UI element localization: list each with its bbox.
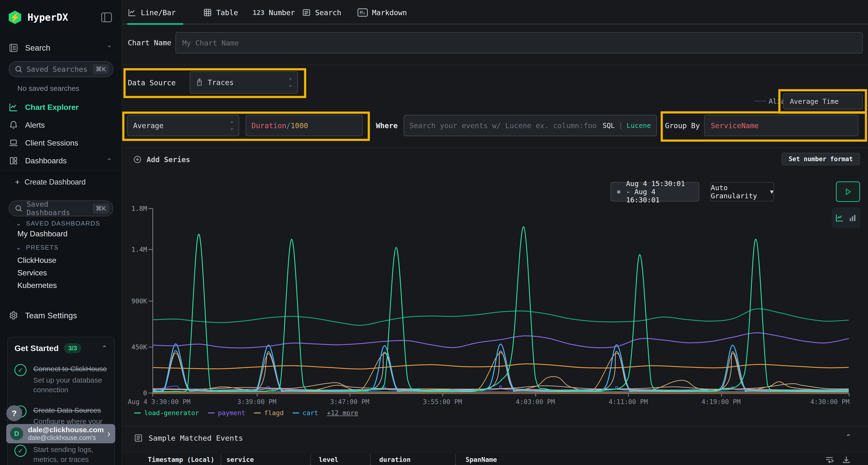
field-token: Duration (251, 122, 286, 130)
select-chevrons-icon: ⌃⌄ (289, 78, 292, 87)
column-separator[interactable] (455, 455, 456, 465)
column-header-level[interactable]: level (319, 456, 338, 463)
tab-line-bar[interactable]: Line/Bar (128, 6, 176, 19)
shortcut-badge: ⌘K (93, 64, 109, 74)
chart-name-label: Chart Name (128, 38, 172, 47)
user-team: dale@clickhouse.com's (28, 434, 107, 442)
help-button[interactable]: ? (6, 405, 22, 421)
collapse-panel-icon[interactable]: ⌃ (845, 433, 851, 441)
plus-icon: + (15, 177, 20, 187)
sidebar-item-clickhouse[interactable]: ClickHouse (18, 256, 56, 265)
get-started-title: Get Started (14, 343, 59, 353)
aggregation-value: Average (133, 122, 163, 130)
collapse-sidebar-icon[interactable] (101, 12, 112, 22)
saved-dashboards-input[interactable]: Saved Dashboards ⌘K (9, 200, 113, 217)
column-header-service[interactable]: service (226, 456, 254, 463)
list-icon (134, 434, 143, 442)
column-separator[interactable] (370, 455, 371, 465)
column-separator[interactable] (310, 455, 311, 465)
tab-track (122, 24, 868, 25)
laptop-icon (9, 138, 18, 148)
tab-table[interactable]: Table (203, 6, 238, 19)
search-section-header[interactable]: Search ⌃ (0, 40, 122, 56)
alias-dash (754, 101, 767, 101)
data-source-select[interactable]: Traces ⌃⌄ (190, 71, 298, 94)
sidebar-item-services[interactable]: Services (18, 268, 47, 277)
search-section-icon (9, 43, 18, 53)
chevron-up-icon[interactable]: ⌃ (101, 344, 107, 353)
layout-grid-icon (9, 156, 18, 166)
bar-chart-icon (848, 213, 857, 222)
divider (0, 56, 122, 56)
create-dashboard-button[interactable]: + Create Dashboard (15, 177, 86, 187)
active-tab-underline (127, 23, 183, 25)
chart-type-toggle[interactable] (832, 207, 860, 228)
sidebar-item-kubernetes[interactable]: Kubernetes (18, 281, 57, 290)
sidebar-item-alerts[interactable]: Alerts (0, 116, 122, 134)
data-source-value: Traces (208, 78, 234, 87)
run-query-button[interactable] (836, 181, 860, 202)
aggregation-select[interactable]: Average ⌃⌄ (127, 115, 239, 136)
123-icon: 123 (253, 9, 265, 16)
saved-searches-input[interactable]: Saved Searches ⌘K (9, 61, 113, 77)
table-icon (203, 8, 212, 17)
play-icon (844, 188, 852, 196)
sidebar-item-team-settings[interactable]: Team Settings (0, 306, 122, 324)
tab-number[interactable]: 123 Number (253, 6, 295, 19)
get-started-card: Get Started 3/3 ⌃ ✓ Connect to ClickHous… (7, 337, 115, 465)
chevron-up-icon: ⌃ (106, 157, 112, 165)
get-started-item-connect[interactable]: ✓ Connect to ClickHouse Set up your data… (14, 364, 107, 395)
search-icon (14, 204, 23, 212)
get-started-item-send-data[interactable]: ✓ Start sending logs, metrics, or traces (14, 445, 107, 464)
set-number-format-button[interactable]: Set number format (782, 153, 860, 165)
add-series-button[interactable]: Add Series (133, 155, 190, 164)
time-range-picker[interactable]: Aug 4 15:30:01 - Aug 4 16:30:01 (611, 182, 699, 201)
chart-name-input[interactable] (176, 32, 863, 54)
column-header-spanname[interactable]: SpanName (466, 456, 497, 463)
sidebar: ⚡ HyperDX Search ⌃ Saved Searches ⌘K No … (0, 0, 122, 465)
brand: ⚡ HyperDX (9, 10, 115, 25)
search-icon (14, 65, 23, 73)
alias-input[interactable] (783, 94, 863, 109)
column-separator[interactable] (220, 455, 221, 465)
chevron-right-icon: › (107, 428, 111, 439)
download-icon[interactable] (842, 455, 850, 464)
granularity-select[interactable]: Auto Granularity ▼ (710, 182, 774, 201)
sample-events-header[interactable]: Sample Matched Events (134, 434, 243, 442)
avatar: D (10, 427, 23, 440)
sidebar-item-client-sessions[interactable]: Client Sessions (0, 134, 122, 152)
field-expression-input[interactable]: Duration / 1000 (246, 115, 363, 136)
list-search-icon (302, 8, 311, 17)
column-header-timestamp[interactable]: Timestamp (Local) (148, 456, 214, 463)
user-menu[interactable]: D dale@clickhouse.com dale@clickhouse.co… (6, 424, 115, 443)
divider (122, 426, 868, 427)
chevron-up-icon: ⌃ (106, 44, 112, 52)
data-source-label: Data Source (128, 78, 176, 87)
operand-token: 1000 (291, 122, 308, 130)
no-saved-searches: No saved searches (18, 84, 79, 93)
chevron-down-icon: ⌄ (16, 220, 22, 227)
sql-toggle[interactable]: SQL (602, 122, 615, 130)
select-chevrons-icon: ⌃⌄ (230, 121, 234, 130)
column-header-duration[interactable]: duration (379, 456, 411, 463)
check-circle-icon: ✓ (14, 364, 27, 376)
granularity-value: Auto Granularity (711, 184, 764, 200)
where-input[interactable]: Search your events w/ Lucene ex. column:… (404, 115, 657, 136)
gear-icon (9, 310, 18, 320)
database-icon (195, 78, 203, 86)
plus-circle-icon (133, 155, 142, 164)
main-panel: Line/Bar Table 123 Number Search M↓ Mark… (122, 0, 868, 465)
wrap-lines-icon[interactable] (825, 455, 834, 464)
lucene-toggle[interactable]: Lucene (627, 122, 651, 130)
sidebar-item-dashboards[interactable]: Dashboards ⌃ (0, 152, 122, 170)
saved-dashboards-group[interactable]: ⌄ SAVED DASHBOARDS (16, 220, 100, 227)
presets-group[interactable]: ⌄ PRESETS (16, 244, 59, 251)
sidebar-item-my-dashboard[interactable]: My Dashboard (18, 229, 67, 238)
sidebar-item-chart-explorer[interactable]: Chart Explorer (0, 98, 122, 116)
pipe-separator: | (619, 122, 623, 130)
search-section-label: Search (25, 43, 106, 53)
tab-markdown[interactable]: M↓ Markdown (358, 6, 407, 19)
group-by-input[interactable] (704, 115, 858, 136)
chevron-down-icon: ▼ (770, 189, 774, 195)
tab-search[interactable]: Search (302, 6, 341, 19)
